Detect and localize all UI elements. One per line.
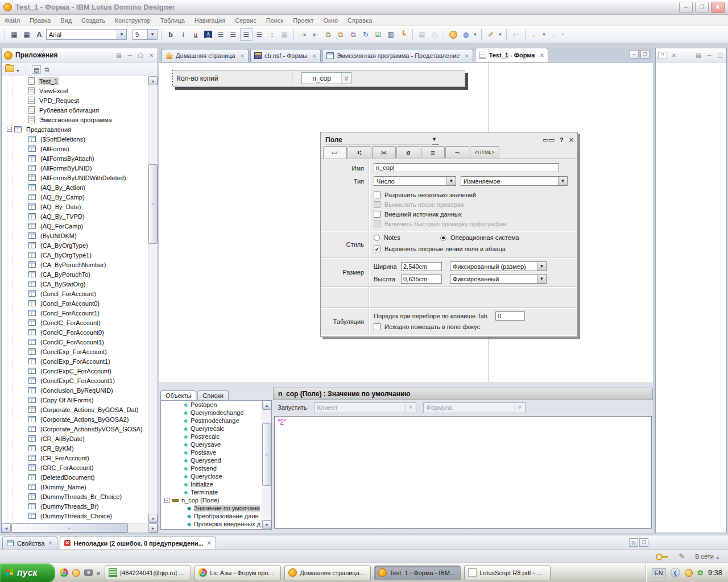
tab-html[interactable]: <HTML> (470, 146, 499, 158)
online-status[interactable]: В сети ▲ (695, 553, 720, 560)
tree-item-view[interactable]: (AQ_By_Action) (2, 182, 148, 192)
height-mode-select[interactable]: Фиксированный ▼ (450, 274, 547, 284)
language-select[interactable]: Формула ▼ (423, 402, 526, 413)
tree-item-view[interactable]: (CRC_ForAccount) (2, 463, 148, 472)
tree-item-view[interactable]: (AllFormsByUNIDWithDeleted) (2, 173, 148, 182)
collapse-expander-icon[interactable]: − (164, 498, 169, 503)
event-item[interactable]: ◆ Initialize (161, 480, 271, 488)
font-size-select[interactable]: 9 ▼ (133, 29, 158, 40)
event-item[interactable]: ◆ Terminate (161, 488, 271, 496)
tree-item-view[interactable]: (Concl_ForAccount0) (2, 298, 148, 308)
layout-icon[interactable]: ▥ (385, 29, 396, 40)
event-item[interactable]: ◆ Postsave (161, 448, 271, 456)
event-item[interactable]: ◆ Querysend (161, 456, 271, 464)
tab-order-input[interactable]: 0 (495, 311, 525, 321)
horizontal-scrollbar[interactable]: ◄ ≡ ► (2, 523, 158, 533)
properties-box-icon[interactable]: ▦ (9, 29, 20, 40)
restore-editor-icon[interactable]: ❐ (640, 50, 650, 59)
align-right-icon[interactable]: ☰ (254, 29, 265, 40)
width-input[interactable]: 2,540cm (401, 262, 442, 271)
radio-notes-icon[interactable] (374, 235, 380, 241)
tray-app-icon[interactable] (685, 569, 693, 577)
editor-tab[interactable]: Test_1 - Форма ✕ (475, 48, 548, 62)
scrollbar-thumb[interactable]: ≡ (11, 523, 128, 533)
tree-item-view[interactable]: (ConclExpC_ForAccount) (2, 366, 148, 376)
collapse-all-icon[interactable]: ▤ (115, 52, 123, 59)
scroll-down-icon[interactable]: ▼ (148, 514, 158, 523)
editor-tab[interactable]: Домашняя страница ✕ (162, 49, 249, 62)
tab-font-icon[interactable]: a (396, 146, 420, 158)
outdent-icon[interactable]: ⇤ (310, 29, 321, 40)
width-mode-select[interactable]: Фиксированный (размер) ▼ (450, 261, 547, 271)
bold-icon[interactable]: b (165, 29, 176, 40)
align-center-icon[interactable]: ☰ (215, 29, 226, 40)
event-item[interactable]: ◆ Queryclose (161, 472, 271, 480)
nav-forward-icon[interactable]: → (548, 29, 559, 40)
close-tab-icon[interactable]: ✕ (48, 540, 52, 546)
tree-item-view[interactable]: (CA_ByOrgType) (2, 240, 148, 250)
align-left-icon[interactable]: ☰ (240, 28, 253, 41)
tree-item-view[interactable]: (AllForms) (2, 144, 148, 153)
security-key-icon[interactable] (656, 554, 668, 559)
menu-item[interactable]: Конструктор (115, 17, 151, 24)
dialog-checkbox-row[interactable]: Разрешить несколько значений (374, 190, 573, 199)
editor-tab[interactable]: Эмиссионная программа - Представление ✕ (322, 49, 473, 62)
tree-item-view[interactable]: (AQ_By_Camp) (2, 192, 148, 202)
tab-advanced-icon[interactable]: ⋈ (372, 146, 396, 158)
close-tab-icon[interactable]: ✕ (464, 53, 469, 59)
scroll-right-icon[interactable]: ► (148, 523, 158, 533)
menu-item[interactable]: Правка (30, 17, 51, 24)
taskbar-button[interactable]: LotusScript R8.pdf - ... (464, 566, 551, 580)
bottom-tab[interactable]: ✕ Неполадки (2 ошибок, 0 предупреждени..… (60, 537, 216, 549)
panel-restore-icon[interactable]: ❐ (639, 538, 648, 547)
tree-item-view[interactable]: (ConclC_ForAccount) (2, 318, 148, 327)
editor-tab[interactable]: cb.nsf - Формы ✕ (250, 49, 321, 62)
tree-item-view[interactable]: (DummyThreads_Br) (2, 501, 148, 511)
tab-lists[interactable]: Списки (197, 390, 229, 400)
tree-item-view[interactable]: (ConclExpC_ForAccount1) (2, 376, 148, 385)
taskbar-button[interactable]: Ls: Азы - Форум про... (195, 566, 281, 580)
tree-item-view[interactable]: (AQ_By_TVPD) (2, 211, 148, 221)
new-properties-box-icon[interactable]: ▦ (21, 29, 32, 40)
nav-back-icon[interactable]: ← (529, 29, 540, 40)
minimize-icon[interactable]: ─ (705, 52, 713, 59)
copy-paste-icon[interactable]: ⧉ (348, 29, 359, 40)
tree-item-view[interactable]: (CA_ByPoruchTo) (2, 269, 148, 279)
align-justify-icon[interactable]: ☰ (228, 29, 239, 40)
event-item[interactable]: ◆ Postopen (161, 401, 271, 409)
checkbox-icon[interactable] (374, 246, 380, 252)
tree-item-view[interactable]: (Conclusion_ByReqUNID) (2, 385, 148, 395)
undo-icon[interactable]: ↩ (510, 29, 522, 40)
close-icon[interactable]: ✕ (147, 52, 155, 59)
save-icon[interactable]: ▤ (416, 29, 428, 40)
field-box[interactable]: n_cop # (301, 72, 351, 84)
page-break-icon[interactable]: ⧉ (322, 29, 334, 40)
chrome-icon[interactable] (60, 568, 68, 577)
maximize-icon[interactable]: ▢ (136, 52, 144, 59)
scrollbar-thumb[interactable]: ≡ (262, 423, 271, 486)
signature-pen-icon[interactable]: ✎ (679, 552, 685, 560)
event-item[interactable]: ◆ Postmodechange (161, 417, 271, 425)
height-input[interactable]: 0,635cm (401, 275, 442, 284)
menu-item[interactable]: Файл (5, 17, 20, 24)
collapse-expander-icon[interactable]: − (7, 127, 12, 132)
create-section-icon[interactable]: ⧉ (335, 29, 346, 40)
scroll-up-icon[interactable]: ▲ (148, 76, 158, 85)
tree-item-form[interactable]: VPD_Request (2, 95, 148, 105)
checkbox-icon[interactable] (374, 323, 380, 330)
menu-item[interactable]: Вид (60, 17, 72, 24)
tree-item-form[interactable]: Эмиссионная программа (2, 115, 148, 124)
menu-item[interactable]: Проект (293, 17, 313, 24)
dialog-checkbox-row[interactable]: Внешний источник данных (374, 209, 573, 219)
font-select[interactable]: Arial ▼ (46, 29, 127, 40)
dialog-checkbox-row[interactable]: Вычислять после проверки (374, 199, 573, 209)
field-mode-select[interactable]: Изменяемое ▼ (461, 176, 568, 186)
tree-item-view[interactable]: (AQ_ForCamp) (2, 221, 148, 231)
tree-item-view[interactable]: (Corporate_ActionsByVOSA_GOSA) (2, 424, 148, 434)
minimize-icon[interactable]: ─ (126, 52, 134, 59)
chevron-down-icon[interactable]: ▼ (117, 30, 126, 39)
checkbox-icon[interactable] (374, 221, 380, 227)
vertical-scrollbar[interactable]: ▲ ≡ ▼ (262, 401, 271, 529)
tree-item-view[interactable]: (CR_ByKM) (2, 443, 148, 453)
checkbox-icon[interactable] (374, 211, 380, 218)
